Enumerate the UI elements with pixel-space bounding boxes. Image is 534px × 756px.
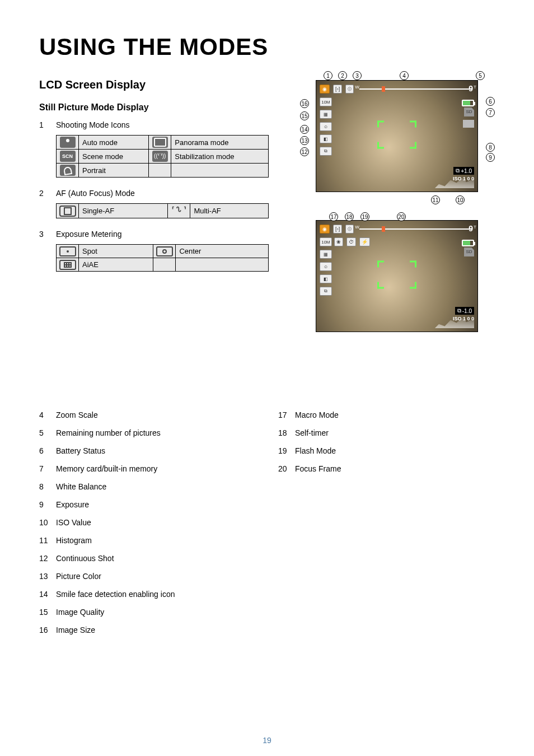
metering-icon: ⦾ (345, 225, 354, 234)
mode-icons-row2: ❀ ⏱ ⚡ (334, 237, 370, 246)
left-icon-column: 10M ▦ ☺ ◧ ⧉ (320, 97, 332, 156)
list-item: 7Memory card/built-in memory (39, 464, 256, 473)
list-item: 15Image Quality (39, 608, 256, 617)
cell-label: Spot (79, 245, 153, 258)
left-column: Still Picture Mode Display 1 Shooting Mo… (39, 102, 271, 354)
item-number: 4 (39, 410, 56, 419)
zoom-w: W (355, 85, 359, 90)
list-item: 17Macro Mode (278, 410, 495, 419)
list-item: 10ISO Value (39, 518, 256, 527)
item-number: 12 (39, 554, 56, 563)
cell-label: AiAE (79, 258, 153, 272)
right-status (462, 96, 474, 103)
exposure-value: ⧉+1.0 (453, 167, 474, 175)
cell-label: Portrait (79, 164, 149, 178)
item-number: 1 (39, 120, 56, 129)
memory-card-icon: SD (464, 108, 474, 116)
item-text: Continuous Shot (56, 554, 256, 563)
list-item: 1 Shooting Mode Icons (39, 120, 271, 129)
bottom-lists: 4Zoom Scale5Remaining number of pictures… (39, 410, 495, 643)
item-text: Picture Color (56, 572, 256, 581)
page-number: 19 (0, 736, 534, 745)
item-number: 13 (39, 572, 56, 581)
list-item: 11Histogram (39, 536, 256, 545)
af-mode-icon: [▫] (333, 225, 342, 234)
picture-color-icon: ◧ (320, 134, 332, 143)
callout: 6 (486, 97, 495, 106)
left-list: 4Zoom Scale5Remaining number of pictures… (39, 410, 256, 643)
callout: 20 (397, 212, 406, 221)
multi-af-icon: ⸢ ᔐ ⸣ (168, 204, 190, 218)
item-text: Remaining number of pictures (56, 428, 256, 437)
subsection-heading: Still Picture Mode Display (39, 102, 271, 113)
focus-frame (377, 261, 416, 289)
item-text: Flash Mode (295, 446, 495, 455)
list-item: 9Exposure (39, 500, 256, 509)
list-item: 3 Exposure Metering (39, 230, 271, 239)
portrait-mode-icon (57, 164, 79, 178)
callout: 7 (486, 108, 495, 117)
callout: 2 (338, 71, 347, 80)
remaining-count: 9 (469, 84, 473, 93)
memory-card-icon: SD (464, 248, 474, 256)
callout: 19 (360, 212, 369, 221)
item-number: 3 (39, 230, 56, 239)
image-quality-icon: ▦ (320, 110, 332, 119)
item-number: 19 (278, 446, 295, 455)
lcd-display-1: ◉ [▫] ⦾ W T 9 10M ▦ ☺ ◧ ⧉ (316, 80, 478, 192)
item-number: 17 (278, 410, 295, 419)
shooting-mode-icon: ◉ (320, 85, 330, 94)
callout: 14 (300, 125, 309, 134)
item-number: 7 (39, 464, 56, 473)
cell-label: Single-AF (79, 204, 168, 218)
cell-label: Center (176, 245, 269, 258)
list-item: 6Battery Status (39, 446, 256, 455)
list-item: 14Smile face detection enabling icon (39, 590, 256, 599)
item-text: White Balance (56, 482, 256, 491)
single-af-icon (57, 204, 79, 218)
zoom-w: W (355, 225, 359, 230)
item-number: 15 (39, 608, 56, 617)
picture-color-icon: ◧ (320, 274, 332, 283)
item-number: 2 (39, 189, 56, 198)
image-quality-icon: ▦ (320, 250, 332, 259)
metering-table: Spot Center AiAE (56, 244, 269, 272)
panorama-mode-icon (149, 136, 171, 150)
zoom-t: T (474, 225, 476, 230)
left-icon-column: 10M ▦ ☺ ◧ ⧉ (320, 237, 332, 296)
callout: 4 (400, 71, 409, 80)
item-text: Shooting Mode Icons (56, 120, 271, 129)
list-item: 16Image Size (39, 626, 256, 634)
list-item: 12Continuous Shot (39, 554, 256, 563)
aiae-metering-icon (57, 258, 79, 272)
flash-icon: ⚡ (359, 237, 370, 246)
item-number: 6 (39, 446, 56, 455)
callout: 18 (345, 212, 354, 221)
item-text: Image Quality (56, 608, 256, 617)
zoom-scale: W T (359, 227, 472, 231)
callout: 3 (353, 71, 362, 80)
auto-mode-icon (57, 136, 79, 150)
callout: 15 (300, 111, 309, 120)
continuous-shot-icon: ⧉ (320, 147, 332, 156)
item-text: Zoom Scale (56, 410, 256, 419)
center-metering-icon (153, 245, 176, 258)
item-number: 20 (278, 464, 295, 473)
item-text: ISO Value (56, 518, 256, 527)
item-text: Macro Mode (295, 410, 495, 419)
item-text: AF (Auto Focus) Mode (56, 189, 271, 198)
callout: 12 (300, 147, 309, 156)
item-number: 5 (39, 428, 56, 437)
stabilization-mode-icon: ((⸢⸣)) (149, 150, 171, 164)
image-size-icon: 10M (320, 97, 332, 106)
callout: 1 (324, 71, 332, 80)
right-list: 17Macro Mode18Self-timer19Flash Mode20Fo… (278, 410, 495, 643)
list-item: 13Picture Color (39, 572, 256, 581)
item-number: 10 (39, 518, 56, 527)
smile-detection-icon: ☺ (320, 122, 332, 131)
item-text: Smile face detection enabling icon (56, 590, 256, 599)
zoom-scale: W T (359, 87, 472, 91)
cell-label: Scene mode (79, 150, 149, 164)
battery-icon (462, 240, 474, 246)
list-item: 4Zoom Scale (39, 410, 256, 419)
